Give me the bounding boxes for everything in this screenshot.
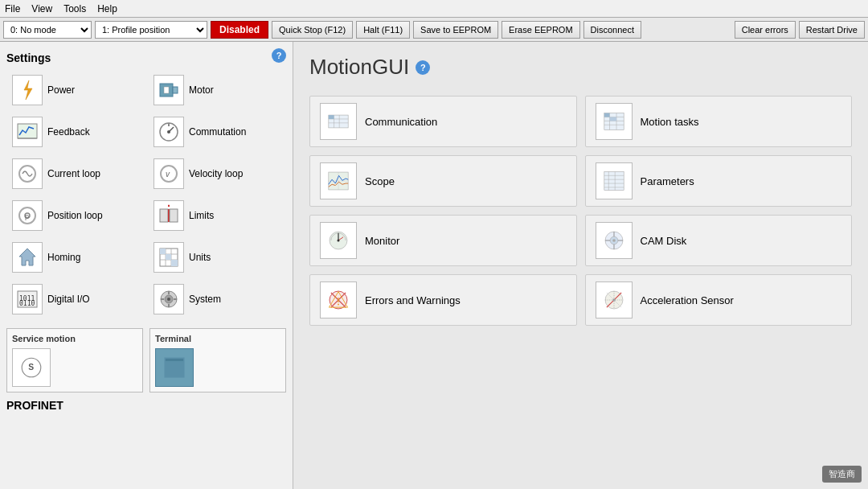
watermark: 智造商 [822, 466, 862, 483]
svg-rect-28 [166, 254, 171, 260]
save-eeprom-button[interactable]: Save to EEPROM [413, 21, 498, 39]
communication-icon [320, 103, 357, 140]
gui-communication[interactable]: Communication [309, 96, 577, 147]
parameters-icon [596, 162, 633, 199]
terminal-title: Terminal [155, 334, 280, 343]
setting-motor[interactable]: Motor [148, 71, 286, 109]
gui-errors[interactable]: Errors and Warnings [309, 274, 577, 326]
menu-tools[interactable]: Tools [63, 3, 86, 14]
svg-rect-43 [166, 359, 183, 361]
system-label: System [189, 294, 221, 305]
terminal-section: Terminal [149, 328, 286, 392]
gui-grid: Communication Motion tasks [309, 96, 852, 326]
svg-text:v: v [166, 170, 170, 179]
svg-point-71 [337, 239, 339, 241]
cam-disk-label: CAM Disk [641, 235, 687, 247]
help-icon-left[interactable]: ? [272, 48, 286, 63]
commutation-label: Commutation [189, 126, 246, 138]
service-motion-title: Service motion [12, 334, 137, 343]
setting-power[interactable]: Power [6, 71, 145, 109]
gui-cam-disk[interactable]: CAM Disk [585, 215, 853, 266]
commutation-icon [154, 117, 184, 147]
motion-tasks-icon [596, 103, 633, 140]
terminal-icon[interactable] [155, 348, 194, 387]
service-motion-icon[interactable]: S [12, 348, 51, 387]
quick-stop-button[interactable]: Quick Stop (F12) [272, 21, 353, 39]
svg-text:p: p [25, 212, 29, 220]
svg-rect-57 [609, 117, 616, 121]
gui-accel-sensor[interactable]: Acceleration Sensor [585, 274, 853, 326]
toolbar: 0: No mode 1: Profile position Disabled … [0, 18, 868, 42]
svg-text:S: S [28, 363, 34, 372]
setting-limits[interactable]: Limits [148, 196, 286, 235]
menu-view[interactable]: View [31, 3, 52, 14]
motor-label: Motor [189, 84, 214, 96]
svg-point-35 [167, 298, 170, 301]
settings-grid: Power Motor [6, 71, 286, 318]
menu-help[interactable]: Help [97, 3, 117, 14]
svg-rect-16 [160, 209, 168, 222]
gui-parameters[interactable]: Parameters [585, 155, 853, 207]
power-label: Power [47, 84, 75, 96]
setting-system[interactable]: System [148, 280, 286, 318]
main-layout: ? Settings Power [0, 42, 868, 489]
parameters-label: Parameters [641, 175, 694, 187]
accel-sensor-icon [596, 281, 633, 318]
svg-rect-3 [164, 87, 169, 93]
motor-icon [154, 75, 184, 105]
svg-rect-49 [329, 115, 334, 119]
errors-icon [320, 281, 357, 318]
disconnect-button[interactable]: Disconnect [583, 21, 641, 39]
position-loop-icon: p [12, 200, 43, 231]
current-loop-icon [12, 158, 43, 189]
setting-current-loop[interactable]: Current loop [6, 154, 145, 193]
restart-drive-button[interactable]: Restart Drive [799, 21, 865, 39]
setting-digital-io[interactable]: 1011 0110 Digital I/O [6, 280, 145, 318]
svg-rect-27 [160, 249, 166, 254]
system-icon [154, 284, 184, 314]
gui-motion-tasks[interactable]: Motion tasks [585, 96, 853, 147]
left-panel: ? Settings Power [0, 42, 293, 489]
svg-point-9 [167, 130, 170, 134]
units-icon [154, 242, 184, 273]
profinet-title: PROFINET [6, 399, 286, 412]
bottom-sections: Service motion S Terminal [6, 328, 286, 392]
halt-button[interactable]: Halt (F11) [356, 21, 410, 39]
setting-units[interactable]: Units [148, 238, 286, 277]
position-loop-label: Position loop [47, 210, 103, 221]
homing-label: Homing [47, 252, 80, 263]
limits-icon [154, 200, 184, 231]
current-loop-label: Current loop [47, 168, 100, 179]
menu-bar: File View Tools Help [0, 0, 868, 18]
setting-velocity-loop[interactable]: v Velocity loop [148, 154, 286, 193]
help-icon-right[interactable]: ? [416, 60, 430, 75]
svg-text:0110: 0110 [19, 300, 35, 307]
settings-title: Settings [6, 51, 286, 64]
monitor-icon [320, 222, 357, 259]
disabled-button[interactable]: Disabled [211, 21, 268, 39]
units-label: Units [189, 252, 211, 263]
svg-point-84 [338, 304, 339, 306]
power-icon [12, 75, 43, 105]
erase-eeprom-button[interactable]: Erase EEPROM [502, 21, 579, 39]
motion-tasks-label: Motion tasks [641, 116, 699, 128]
svg-rect-29 [171, 260, 178, 266]
setting-homing[interactable]: Homing [6, 238, 145, 277]
right-panel: MotionGUI ? Communication [293, 42, 868, 489]
scope-label: Scope [365, 175, 395, 187]
menu-file[interactable]: File [5, 3, 20, 14]
svg-rect-18 [170, 209, 178, 222]
accel-sensor-label: Acceleration Sensor [641, 294, 734, 306]
mode-select[interactable]: 0: No mode [3, 21, 92, 39]
clear-errors-button[interactable]: Clear errors [735, 21, 796, 39]
monitor-label: Monitor [365, 235, 399, 247]
setting-commutation[interactable]: Commutation [148, 113, 286, 151]
gui-monitor[interactable]: Monitor [309, 215, 577, 266]
svg-rect-56 [604, 113, 609, 117]
gui-scope[interactable]: Scope [309, 155, 577, 207]
setting-feedback[interactable]: Feedback [6, 113, 145, 151]
profile-select[interactable]: 1: Profile position [95, 21, 207, 39]
communication-label: Communication [365, 116, 437, 128]
cam-disk-icon [596, 222, 633, 259]
setting-position-loop[interactable]: p Position loop [6, 196, 145, 235]
